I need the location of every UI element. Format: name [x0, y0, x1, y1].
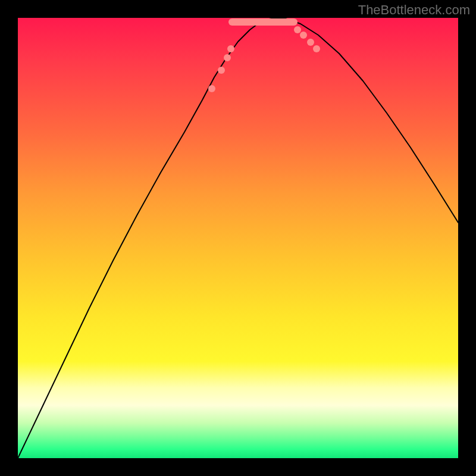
marker-dot	[218, 67, 225, 74]
marker-dot	[294, 26, 301, 33]
marker-dot	[224, 54, 231, 61]
marker-dot	[227, 45, 234, 52]
marker-dot	[208, 85, 215, 92]
marker-dot	[300, 32, 307, 39]
curve-path	[18, 18, 458, 458]
marker-dot	[307, 39, 314, 46]
chart-frame: TheBottleneck.com	[0, 0, 476, 476]
marker-dot	[313, 45, 320, 52]
watermark-text: TheBottleneck.com	[358, 2, 470, 18]
curve-overlay	[18, 18, 458, 458]
